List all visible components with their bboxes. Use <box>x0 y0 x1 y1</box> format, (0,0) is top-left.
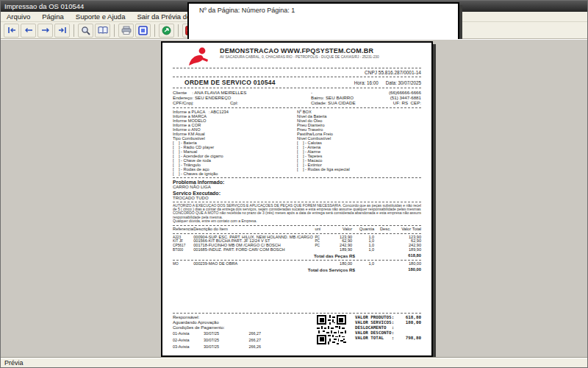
table-row: BT000 001685-INDUZ. PART. FORD CAR/ COM … <box>173 248 421 252</box>
company-cnpj: CNPJ 55.816.287/0001-14 <box>173 70 421 75</box>
toolbar-separator <box>114 24 115 37</box>
services-total-label: Total dos Serviços R$ <box>308 267 355 272</box>
col-uni: uni <box>315 227 327 232</box>
payment-name: 03-Avista <box>173 344 204 350</box>
item-uni: PC <box>315 244 327 248</box>
client-cpl: Cpl: <box>230 100 311 105</box>
payment-value: 266,27 <box>234 331 261 336</box>
toolbar-separator <box>74 24 74 37</box>
item-total: 189,90 <box>391 248 421 252</box>
payment-date: 30/07/25 <box>204 331 234 336</box>
item-valor: 189,90 <box>327 248 352 252</box>
divider <box>173 88 421 88</box>
client-dash: - <box>311 90 381 95</box>
total-value: 180,00 <box>406 320 421 325</box>
parts-total-label: Total das Peças R$ <box>314 253 355 258</box>
preview-area[interactable]: DEMONSTRACAO WWW.FPQSYSTEM.COM.BR AV SAC… <box>1 39 587 358</box>
item-qty: 1,0 <box>352 248 374 252</box>
printer-icon <box>121 26 132 35</box>
item-ref: BT000 <box>173 248 193 252</box>
client-cpf: CPF/Cnpj: <box>173 100 230 105</box>
book-icon <box>98 26 108 35</box>
prev-page-button[interactable] <box>21 24 36 38</box>
zoom-button[interactable] <box>78 24 93 38</box>
parts-total-row: Total das Peças R$ 618,80 <box>173 253 421 258</box>
terms-line: Qualquer dúvida, entre em contato com a … <box>173 219 421 223</box>
checklist-item: [ ] - Rodas de liga especial <box>297 167 421 171</box>
toolbar: 1 Nº Zoom Nº da Página: Número Página: 1 <box>1 22 587 39</box>
payment-value: 266,26 <box>234 344 261 350</box>
responsible-label: Responsável: <box>173 315 290 320</box>
client-phone1: (66)66666-6666 <box>389 90 421 95</box>
item-ref: MO <box>173 262 193 266</box>
services-total-row: Total dos Serviços R$ 180,00 <box>173 267 421 272</box>
payment-value: 266,27 <box>234 338 261 343</box>
totals-block: VALOR PRODUTOS:618,80 VALOR SERVICOS:180… <box>355 315 421 351</box>
qr-code <box>317 315 346 344</box>
print-preview-window: Impressao da OS 010544 Arquivo Página Su… <box>0 0 588 368</box>
payment-name: 02-Avista <box>173 338 204 343</box>
first-page-icon <box>7 26 17 34</box>
payment-date: 30/07/25 <box>204 344 234 350</box>
menu-arquivo[interactable]: Arquivo <box>1 12 36 22</box>
divider <box>173 107 421 108</box>
last-page-icon <box>57 26 68 34</box>
payment-name: 01-Avista <box>173 331 204 336</box>
menu-suporte-e-ajuda[interactable]: Suporte e Ajuda <box>70 12 132 22</box>
divider <box>173 68 421 68</box>
col-valor-total: Valor Total <box>391 227 421 232</box>
payment-conditions-label: Condições de Pagamento: <box>173 325 290 330</box>
payment-schedule: 01-Avista 30/07/25 266,27 02-Avista 30/0… <box>173 331 305 351</box>
total-label: VALOR TOTAL : <box>355 336 394 341</box>
client-uf-cep: UF: RS CEP: <box>393 100 421 105</box>
divider <box>173 202 421 202</box>
services-total-value: 180,00 <box>389 267 421 272</box>
problem-label: Problema Informado: <box>173 180 421 185</box>
divider <box>173 233 421 234</box>
status-label: Prévia <box>4 359 24 367</box>
magnifier-icon <box>81 26 90 35</box>
checklist-item: [ ] - Chaves de ignição <box>173 171 297 176</box>
company-name: DEMONSTRACAO WWW.FPQSYSTEM.COM.BR <box>220 47 379 54</box>
document-page: DEMONSTRACAO WWW.FPQSYSTEM.COM.BR AV SAC… <box>161 41 433 357</box>
last-page-button[interactable] <box>54 24 70 38</box>
print-setup-icon <box>138 26 148 35</box>
two-page-view-button[interactable] <box>95 24 110 38</box>
divider <box>173 260 421 261</box>
toolbar-separator <box>178 24 179 37</box>
order-date: Data: 30/07/2025 <box>386 80 421 85</box>
next-page-button[interactable] <box>37 24 53 38</box>
first-page-button[interactable] <box>4 24 19 38</box>
client-name: Cliente : ANA FLAVIA MEIRELLES <box>173 90 311 95</box>
item-desc: 000239-MAO DE OBRA <box>193 262 315 266</box>
payment-row: 03-Avista 30/07/25 266,26 <box>173 344 283 350</box>
divider <box>173 355 421 356</box>
divider <box>173 77 421 77</box>
items-table-header: Referencia Descrição do Item uni Valor Q… <box>173 227 421 232</box>
payment-row: 02-Avista 30/07/25 266,27 <box>173 338 283 343</box>
print-button[interactable] <box>118 24 134 38</box>
company-logo <box>184 47 209 66</box>
client-city: Cidade: SUA CIDADE <box>311 100 379 105</box>
total-label: VALOR SERVICOS: <box>355 320 394 325</box>
window-title: Impressao da OS 010544 <box>4 2 84 10</box>
export-button[interactable] <box>159 24 174 38</box>
status-bar: Prévia <box>1 358 587 367</box>
company-address: AV SACADURA CABRAL, 0, CHACARAS RIO - PE… <box>220 55 379 59</box>
vehicle-checklist: Informe a PLACA : ABC1234 Informe a MARC… <box>173 110 421 176</box>
approval-status: Aguardando Aprovação <box>173 320 290 325</box>
total-label: VALOR PRODUTOS: <box>355 315 394 320</box>
prev-page-icon <box>24 26 34 34</box>
col-descricao: Descrição do Item <box>193 227 315 232</box>
divider <box>173 313 421 314</box>
col-valor: Valor <box>327 227 352 232</box>
print-setup-button[interactable] <box>135 24 151 38</box>
menu-pagina[interactable]: Página <box>36 12 70 22</box>
item-qty: 1,0 <box>352 262 374 266</box>
service-value: TROCADO TUDO <box>173 196 421 200</box>
export-icon <box>162 26 172 35</box>
toolbar-separator <box>154 24 155 37</box>
payment-row: 01-Avista 30/07/25 266,27 <box>173 331 283 336</box>
order-title: ORDEM DE SERVICO 010544 <box>184 79 276 86</box>
next-page-icon <box>40 26 51 34</box>
